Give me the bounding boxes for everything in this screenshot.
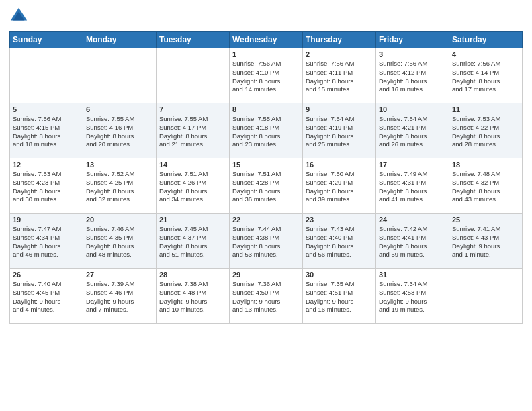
day-info: Sunrise: 7:43 AM Sunset: 4:40 PM Dayligh… [306,225,373,259]
day-number: 12 [13,161,80,169]
day-info: Sunrise: 7:56 AM Sunset: 4:14 PM Dayligh… [452,60,519,94]
day-info: Sunrise: 7:56 AM Sunset: 4:10 PM Dayligh… [232,60,300,94]
calendar-cell: 19Sunrise: 7:47 AM Sunset: 4:34 PM Dayli… [10,214,83,269]
day-info: Sunrise: 7:56 AM Sunset: 4:11 PM Dayligh… [306,60,373,94]
calendar-cell: 6Sunrise: 7:55 AM Sunset: 4:16 PM Daylig… [83,103,157,158]
calendar-cell: 1Sunrise: 7:56 AM Sunset: 4:10 PM Daylig… [230,48,303,103]
day-info: Sunrise: 7:36 AM Sunset: 4:50 PM Dayligh… [232,280,300,314]
calendar-week-2: 5Sunrise: 7:56 AM Sunset: 4:15 PM Daylig… [10,103,523,158]
day-info: Sunrise: 7:48 AM Sunset: 4:32 PM Dayligh… [452,170,519,204]
day-number: 27 [86,271,153,279]
day-number: 21 [159,216,226,224]
day-number: 13 [86,161,153,169]
calendar-cell: 4Sunrise: 7:56 AM Sunset: 4:14 PM Daylig… [449,48,523,103]
calendar-cell [449,269,523,324]
calendar-week-1: 1Sunrise: 7:56 AM Sunset: 4:10 PM Daylig… [10,48,523,103]
page: SundayMondayTuesdayWednesdayThursdayFrid… [0,0,532,411]
day-number: 1 [232,50,300,58]
day-info: Sunrise: 7:50 AM Sunset: 4:29 PM Dayligh… [306,170,373,204]
calendar-cell: 18Sunrise: 7:48 AM Sunset: 4:32 PM Dayli… [449,158,523,214]
calendar-cell: 2Sunrise: 7:56 AM Sunset: 4:11 PM Daylig… [303,48,376,103]
day-info: Sunrise: 7:56 AM Sunset: 4:12 PM Dayligh… [379,60,446,94]
weekday-header-monday: Monday [83,32,157,48]
day-number: 19 [13,216,80,224]
day-number: 31 [379,271,446,279]
calendar-cell [10,48,83,103]
weekday-header-friday: Friday [376,32,449,48]
calendar-cell: 3Sunrise: 7:56 AM Sunset: 4:12 PM Daylig… [376,48,449,103]
calendar-cell [83,48,157,103]
calendar-week-3: 12Sunrise: 7:53 AM Sunset: 4:23 PM Dayli… [10,158,523,214]
day-info: Sunrise: 7:53 AM Sunset: 4:23 PM Dayligh… [13,170,80,204]
weekday-header-tuesday: Tuesday [157,32,230,48]
calendar-cell: 16Sunrise: 7:50 AM Sunset: 4:29 PM Dayli… [303,158,376,214]
day-number: 30 [306,271,373,279]
day-number: 26 [13,271,80,279]
calendar-cell: 26Sunrise: 7:40 AM Sunset: 4:45 PM Dayli… [10,269,83,324]
calendar-cell: 22Sunrise: 7:44 AM Sunset: 4:38 PM Dayli… [230,214,303,269]
calendar-cell: 23Sunrise: 7:43 AM Sunset: 4:40 PM Dayli… [303,214,376,269]
day-info: Sunrise: 7:54 AM Sunset: 4:19 PM Dayligh… [306,115,373,149]
day-number: 11 [452,105,519,113]
day-info: Sunrise: 7:55 AM Sunset: 4:16 PM Dayligh… [86,115,153,149]
day-info: Sunrise: 7:49 AM Sunset: 4:31 PM Dayligh… [379,170,446,204]
day-number: 3 [379,50,446,58]
day-number: 18 [452,161,519,169]
weekday-header-sunday: Sunday [10,32,83,48]
calendar-cell: 20Sunrise: 7:46 AM Sunset: 4:35 PM Dayli… [83,214,157,269]
day-info: Sunrise: 7:39 AM Sunset: 4:46 PM Dayligh… [86,280,153,314]
day-info: Sunrise: 7:38 AM Sunset: 4:48 PM Dayligh… [159,280,226,314]
day-number: 6 [86,105,153,113]
day-info: Sunrise: 7:40 AM Sunset: 4:45 PM Dayligh… [13,280,80,314]
calendar-cell: 11Sunrise: 7:53 AM Sunset: 4:22 PM Dayli… [449,103,523,158]
weekday-header-thursday: Thursday [303,32,376,48]
calendar-week-5: 26Sunrise: 7:40 AM Sunset: 4:45 PM Dayli… [10,269,523,324]
calendar-cell: 15Sunrise: 7:51 AM Sunset: 4:28 PM Dayli… [230,158,303,214]
calendar-cell: 28Sunrise: 7:38 AM Sunset: 4:48 PM Dayli… [157,269,230,324]
day-number: 25 [452,216,519,224]
day-number: 5 [13,105,80,113]
day-info: Sunrise: 7:55 AM Sunset: 4:18 PM Dayligh… [232,115,300,149]
day-info: Sunrise: 7:34 AM Sunset: 4:53 PM Dayligh… [379,280,446,314]
weekday-header-wednesday: Wednesday [230,32,303,48]
day-number: 29 [232,271,300,279]
day-info: Sunrise: 7:55 AM Sunset: 4:17 PM Dayligh… [159,115,226,149]
day-info: Sunrise: 7:35 AM Sunset: 4:51 PM Dayligh… [306,280,373,314]
day-info: Sunrise: 7:51 AM Sunset: 4:28 PM Dayligh… [232,170,300,204]
day-number: 7 [159,105,226,113]
calendar-week-4: 19Sunrise: 7:47 AM Sunset: 4:34 PM Dayli… [10,214,523,269]
day-info: Sunrise: 7:45 AM Sunset: 4:37 PM Dayligh… [159,225,226,259]
day-number: 8 [232,105,300,113]
day-info: Sunrise: 7:46 AM Sunset: 4:35 PM Dayligh… [86,225,153,259]
calendar-cell: 30Sunrise: 7:35 AM Sunset: 4:51 PM Dayli… [303,269,376,324]
logo [9,7,31,26]
calendar-cell: 17Sunrise: 7:49 AM Sunset: 4:31 PM Dayli… [376,158,449,214]
calendar-cell: 9Sunrise: 7:54 AM Sunset: 4:19 PM Daylig… [303,103,376,158]
day-number: 24 [379,216,446,224]
calendar-cell: 10Sunrise: 7:54 AM Sunset: 4:21 PM Dayli… [376,103,449,158]
header [9,7,523,26]
calendar-cell: 5Sunrise: 7:56 AM Sunset: 4:15 PM Daylig… [10,103,83,158]
day-info: Sunrise: 7:42 AM Sunset: 4:41 PM Dayligh… [379,225,446,259]
logo-icon [9,7,28,26]
day-number: 9 [306,105,373,113]
day-number: 23 [306,216,373,224]
day-number: 17 [379,161,446,169]
calendar-cell: 14Sunrise: 7:51 AM Sunset: 4:26 PM Dayli… [157,158,230,214]
weekday-header-row: SundayMondayTuesdayWednesdayThursdayFrid… [10,32,523,48]
calendar-cell: 25Sunrise: 7:41 AM Sunset: 4:43 PM Dayli… [449,214,523,269]
day-number: 22 [232,216,300,224]
day-info: Sunrise: 7:56 AM Sunset: 4:15 PM Dayligh… [13,115,80,149]
day-info: Sunrise: 7:54 AM Sunset: 4:21 PM Dayligh… [379,115,446,149]
calendar-cell: 8Sunrise: 7:55 AM Sunset: 4:18 PM Daylig… [230,103,303,158]
day-number: 20 [86,216,153,224]
day-info: Sunrise: 7:52 AM Sunset: 4:25 PM Dayligh… [86,170,153,204]
day-number: 10 [379,105,446,113]
calendar-cell: 13Sunrise: 7:52 AM Sunset: 4:25 PM Dayli… [83,158,157,214]
day-info: Sunrise: 7:41 AM Sunset: 4:43 PM Dayligh… [452,225,519,259]
calendar-cell: 24Sunrise: 7:42 AM Sunset: 4:41 PM Dayli… [376,214,449,269]
day-info: Sunrise: 7:47 AM Sunset: 4:34 PM Dayligh… [13,225,80,259]
calendar-cell: 29Sunrise: 7:36 AM Sunset: 4:50 PM Dayli… [230,269,303,324]
weekday-header-saturday: Saturday [449,32,523,48]
day-number: 15 [232,161,300,169]
